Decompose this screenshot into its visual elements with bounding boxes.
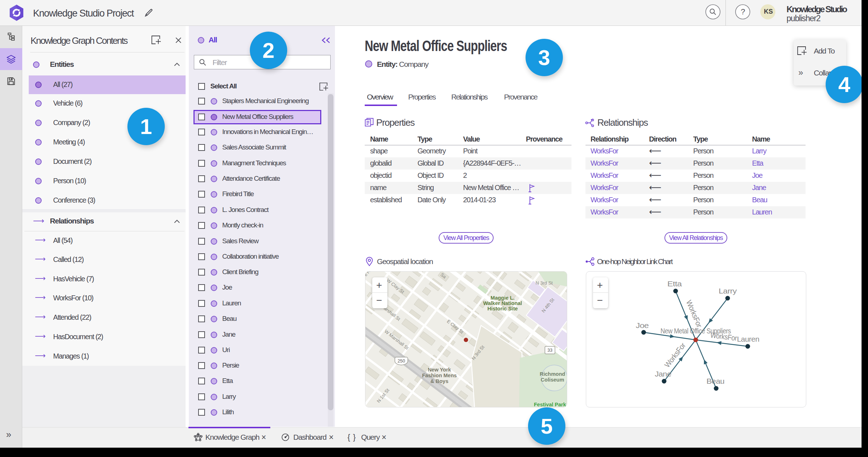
- svg-text:WorksFor: WorksFor: [685, 299, 704, 329]
- svg-text:Beau: Beau: [706, 377, 724, 385]
- svg-text:Fashion Mens: Fashion Mens: [422, 373, 457, 378]
- svg-text:Walker National: Walker National: [483, 300, 522, 306]
- svg-text:Festival Park: Festival Park: [534, 402, 566, 407]
- svg-text:& Boys: & Boys: [430, 378, 448, 384]
- svg-text:250: 250: [398, 359, 405, 364]
- svg-text:?: ?: [741, 7, 745, 16]
- svg-text:WorksFor: WorksFor: [710, 331, 738, 342]
- svg-text:New York: New York: [428, 367, 452, 373]
- svg-text:Jane: Jane: [655, 370, 671, 378]
- svg-text:33: 33: [547, 348, 552, 353]
- svg-text:WorksFor: WorksFor: [663, 341, 687, 369]
- svg-text:Maggie L.: Maggie L.: [491, 295, 515, 301]
- svg-text:Richmond: Richmond: [540, 371, 565, 377]
- svg-text:N 3rd St: N 3rd St: [536, 280, 553, 286]
- svg-text:Lauren: Lauren: [737, 335, 759, 343]
- svg-text:Larry: Larry: [719, 287, 737, 295]
- svg-text:Historic Site: Historic Site: [487, 306, 518, 311]
- svg-text:Coliseum: Coliseum: [541, 377, 564, 383]
- svg-text:Joe: Joe: [636, 321, 649, 329]
- svg-text:Etta: Etta: [667, 280, 682, 288]
